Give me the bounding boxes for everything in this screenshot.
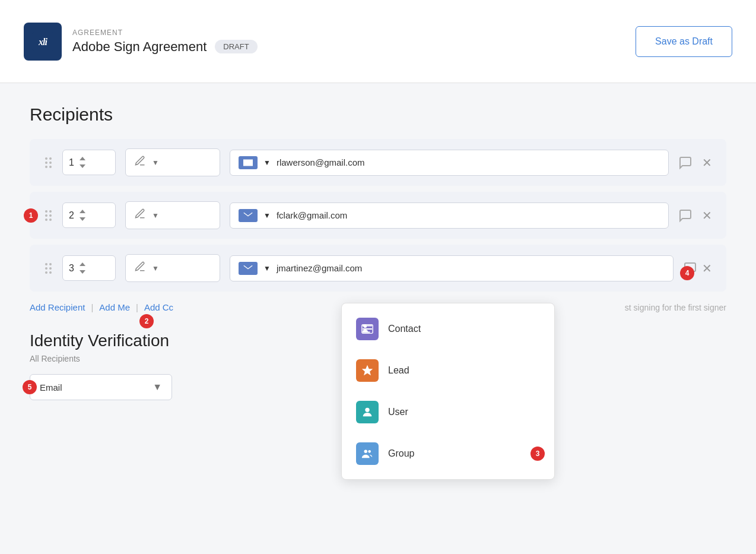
type-dropdown-menu: Contact Lead User	[341, 303, 555, 480]
contact-label: Contact	[388, 324, 421, 334]
dropdown-item-user[interactable]: User	[342, 391, 554, 433]
add-cc-link[interactable]: Add Cc	[144, 302, 173, 312]
badge-5: 5	[23, 380, 37, 394]
remove-recipient-2[interactable]: ✕	[702, 208, 712, 223]
header-left: xli AGREEMENT Adobe Sign Agreement DRAFT	[24, 23, 258, 61]
email-value-3: jmartinez@gmail.com	[277, 263, 665, 273]
email-input-2[interactable]: ▼ fclark@gmail.com	[230, 202, 669, 229]
order-input-2[interactable]: 2	[62, 202, 116, 228]
user-label: User	[388, 407, 408, 417]
order-number-3: 3	[69, 263, 74, 274]
svg-point-14	[365, 408, 369, 412]
pen-icon	[134, 155, 146, 170]
badge-1: 1	[24, 208, 38, 223]
contact-icon	[356, 318, 379, 340]
drag-handle	[44, 262, 53, 275]
svg-marker-3	[80, 164, 85, 168]
header-title-block: AGREEMENT Adobe Sign Agreement DRAFT	[72, 29, 258, 55]
email-input-3[interactable]: ▼ jmartinez@gmail.com	[230, 255, 674, 281]
order-input-1[interactable]: 1	[62, 150, 116, 175]
email-select-value: Email	[40, 382, 147, 392]
recipient-row: 1 ▼ ▼ rlawerson@gmail.com	[30, 139, 726, 186]
role-selector-1[interactable]: ▼	[125, 148, 220, 176]
svg-text:xli: xli	[38, 37, 47, 47]
email-icon-1	[239, 156, 258, 169]
agreement-name: Adobe Sign Agreement	[72, 39, 207, 55]
svg-marker-5	[80, 217, 85, 221]
header: xli AGREEMENT Adobe Sign Agreement DRAFT…	[0, 0, 756, 83]
separator-2: |	[136, 302, 138, 312]
draft-badge: DRAFT	[215, 40, 257, 53]
remove-recipient-1[interactable]: ✕	[702, 156, 712, 170]
agreement-label: AGREEMENT	[72, 29, 258, 37]
dropdown-item-lead[interactable]: Lead	[342, 350, 554, 391]
spin-arrows-1[interactable]	[79, 155, 86, 170]
badge-4: 4	[680, 266, 694, 280]
order-input-3[interactable]: 3	[62, 255, 116, 281]
badge-3: 3	[531, 447, 545, 461]
badge-2: 2	[139, 314, 154, 328]
role-dropdown-arrow-3: ▼	[152, 264, 159, 273]
app-logo: xli	[24, 23, 62, 61]
recipient-row: 3 ▼ ▼ jmartinez@gmail.com	[30, 245, 726, 292]
email-type-dropdown-2[interactable]: ▼	[263, 211, 271, 220]
drag-handle	[44, 156, 53, 169]
email-value-2: fclark@gmail.com	[277, 210, 660, 220]
group-label: Group	[388, 448, 414, 459]
dropdown-item-group[interactable]: Group 3	[342, 433, 554, 474]
role-dropdown-arrow-1: ▼	[152, 159, 159, 167]
user-icon	[356, 401, 379, 423]
svg-marker-4	[80, 210, 85, 213]
signing-note: st signing for the first signer	[625, 303, 726, 312]
svg-point-15	[364, 450, 368, 454]
email-icon-3	[239, 262, 258, 275]
remove-recipient-3[interactable]: ✕	[702, 261, 712, 276]
separator-1: |	[91, 302, 93, 312]
pen-icon-3	[134, 261, 146, 276]
svg-point-16	[368, 450, 371, 453]
email-identity-select[interactable]: Email ▼	[30, 374, 172, 400]
spin-arrows-2[interactable]	[79, 208, 86, 223]
role-dropdown-arrow-2: ▼	[152, 211, 159, 220]
email-value-1: rlawerson@gmail.com	[277, 157, 660, 167]
agreement-name-row: Adobe Sign Agreement DRAFT	[72, 39, 258, 55]
spin-arrows-3[interactable]	[79, 261, 86, 276]
group-icon	[356, 442, 379, 465]
recipient-row: 1 2 ▼ ▼ fclark@gmail.com	[30, 192, 726, 239]
recipients-title: Recipients	[30, 105, 726, 125]
order-number-1: 1	[69, 157, 74, 168]
drag-handle	[44, 209, 53, 222]
email-type-dropdown-3[interactable]: ▼	[263, 264, 271, 273]
email-select-arrow: ▼	[153, 382, 162, 392]
svg-marker-13	[362, 365, 373, 375]
email-input-1[interactable]: ▼ rlawerson@gmail.com	[230, 150, 669, 176]
save-draft-button[interactable]: Save as Draft	[636, 26, 732, 57]
comment-button-1[interactable]	[678, 156, 693, 170]
main-content: Recipients 1 ▼ ▼ rlawerson@gm	[0, 83, 756, 422]
svg-marker-7	[80, 270, 85, 274]
comment-button-2[interactable]	[678, 208, 693, 223]
role-selector-3[interactable]: ▼	[125, 254, 220, 282]
add-me-link[interactable]: Add Me	[99, 302, 130, 312]
dropdown-item-contact[interactable]: Contact	[342, 308, 554, 350]
role-selector-2[interactable]: ▼	[125, 201, 220, 229]
email-type-dropdown-1[interactable]: ▼	[263, 159, 271, 167]
add-recipient-link[interactable]: Add Recipient	[30, 302, 85, 312]
pen-icon-2	[134, 208, 146, 223]
svg-marker-2	[80, 157, 85, 160]
email-icon-2	[239, 209, 258, 222]
lead-icon	[356, 359, 379, 382]
lead-label: Lead	[388, 365, 409, 376]
order-number-2: 2	[69, 210, 74, 221]
svg-rect-9	[363, 328, 373, 330]
svg-marker-6	[80, 262, 85, 266]
